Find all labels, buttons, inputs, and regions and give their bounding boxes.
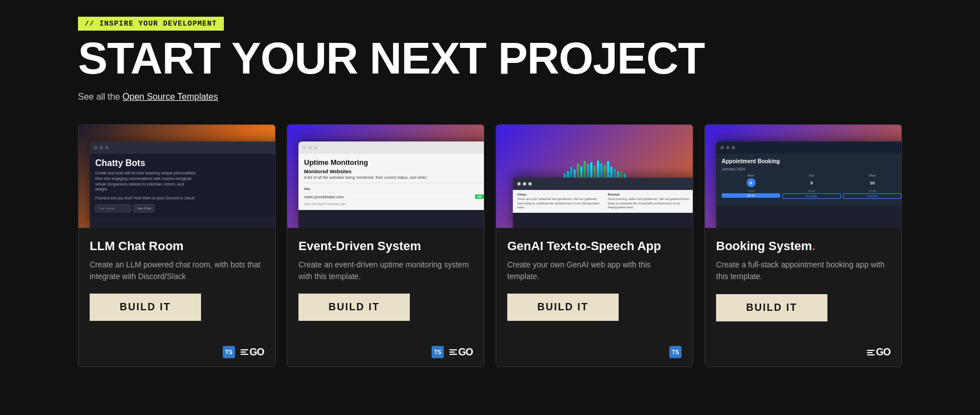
- card-image-4: Appointment Booking January 2024 Mon 8 1…: [705, 125, 901, 228]
- card-title-2: Event-Driven System: [298, 239, 473, 253]
- open-source-templates-link[interactable]: Open Source Templates: [122, 92, 218, 101]
- browser-mockup-4: Appointment Booking January 2024 Mon 8 1…: [716, 141, 901, 228]
- go-badge-2: GO: [449, 346, 473, 358]
- go-badge-4: GO: [867, 346, 890, 358]
- browser-bar-1: [90, 141, 275, 154]
- card-desc-2: Create an event-driven uptime monitoring…: [298, 259, 473, 282]
- card-event-driven: Uptime Monitoring Monitored Websites A l…: [287, 124, 484, 367]
- card-body-3: GenAI Text-to-Speech App Create your own…: [496, 228, 693, 340]
- red-dot: .: [812, 239, 815, 253]
- card-booking: Appointment Booking January 2024 Mon 8 1…: [704, 124, 902, 367]
- go-text-4: GO: [876, 346, 890, 358]
- booking-app-title: Appointment Booking: [722, 158, 901, 164]
- browser-mockup-3: Chirp There are your rehearsal and gentl…: [513, 178, 693, 228]
- card-image-2: Uptime Monitoring Monitored Websites A l…: [287, 125, 484, 228]
- build-btn-3[interactable]: BUILD IT: [507, 294, 619, 321]
- card-title-4: Booking System.: [716, 239, 890, 253]
- go-badge-1: GO: [241, 346, 264, 358]
- chatty-app-title: Chatty Bots: [95, 158, 275, 168]
- build-btn-2[interactable]: BUILD IT: [298, 294, 410, 321]
- card-image-1: Chatty Bots Create and chat with AI bots…: [79, 125, 275, 228]
- build-btn-1[interactable]: BUILD IT: [90, 294, 201, 321]
- browser-mockup-1: Chatty Bots Create and chat with AI bots…: [90, 141, 275, 228]
- card-image-3: Chirp There are your rehearsal and gentl…: [496, 125, 693, 228]
- subtitle: See all the Open Source Templates: [78, 92, 902, 102]
- card-body-1: LLM Chat Room Create an LLM powered chat…: [79, 228, 275, 340]
- typescript-icon-1: TS: [223, 346, 235, 358]
- card-desc-3: Create your own GenAI web app with this …: [507, 259, 682, 282]
- card-footer-2: TS GO: [287, 340, 484, 367]
- typescript-icon-3: TS: [669, 346, 682, 358]
- page-wrapper: // INSPIRE YOUR DEVELOPMENT START YOUR N…: [0, 0, 980, 389]
- ts-badge-2: TS: [432, 346, 444, 358]
- build-btn-4[interactable]: BUILD IT: [716, 294, 827, 321]
- subtitle-text: See all the: [78, 92, 122, 101]
- uptime-app-title: Uptime Monitoring: [304, 158, 484, 167]
- card-genai: Chirp There are your rehearsal and gentl…: [496, 124, 693, 367]
- ts-badge-3: TS: [669, 346, 682, 358]
- go-text-2: GO: [458, 346, 473, 358]
- main-title: START YOUR NEXT PROJECT: [78, 36, 902, 81]
- browser-mockup-2: Uptime Monitoring Monitored Websites A l…: [298, 141, 484, 228]
- typescript-icon-2: TS: [432, 346, 444, 358]
- browser-bar-4: [716, 141, 901, 154]
- ts-badge-1: TS: [223, 346, 235, 358]
- card-llm-chat-room: Chatty Bots Create and chat with AI bots…: [78, 124, 276, 367]
- card-desc-4: Create a full-stack appointment booking …: [716, 259, 890, 283]
- card-title-1: LLM Chat Room: [90, 239, 264, 253]
- go-text-1: GO: [249, 346, 264, 358]
- card-desc-1: Create an LLM powered chat room, with bo…: [90, 259, 264, 282]
- card-footer-3: TS: [496, 340, 693, 367]
- card-title-3: GenAI Text-to-Speech App: [507, 239, 682, 253]
- card-body-2: Event-Driven System Create an event-driv…: [287, 228, 484, 340]
- card-body-4: Booking System. Create a full-stack appo…: [705, 228, 901, 341]
- browser-bar-2: [298, 141, 484, 154]
- cards-grid: Chatty Bots Create and chat with AI bots…: [78, 124, 902, 367]
- card-footer-4: GO: [705, 341, 901, 367]
- card-footer-1: TS GO: [79, 340, 275, 367]
- inspire-badge: // INSPIRE YOUR DEVELOPMENT: [78, 17, 224, 31]
